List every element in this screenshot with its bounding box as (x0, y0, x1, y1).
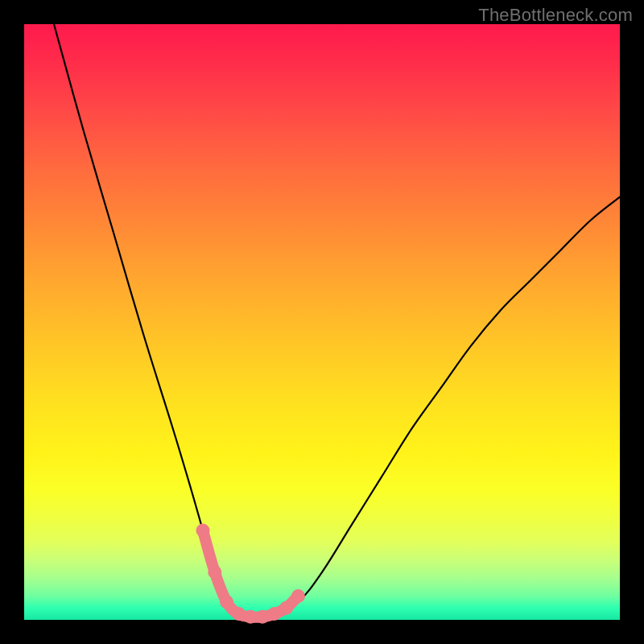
optimal-zone-dot (232, 607, 246, 621)
curve-svg (24, 24, 620, 620)
optimal-zone-dot (196, 524, 210, 538)
optimal-zone-dot (208, 565, 221, 579)
optimal-zone-dot (291, 589, 305, 603)
chart-frame: TheBottleneck.com (0, 0, 644, 644)
plot-area (24, 24, 620, 620)
optimal-zone-dot (244, 610, 258, 624)
optimal-zone-dot (279, 601, 293, 615)
optimal-zone-dots (196, 524, 305, 624)
optimal-zone-dot (267, 607, 281, 621)
bottleneck-curve (54, 24, 620, 617)
watermark-text: TheBottleneck.com (478, 5, 633, 26)
optimal-zone-dot (256, 610, 270, 624)
optimal-zone-dot (220, 595, 233, 609)
